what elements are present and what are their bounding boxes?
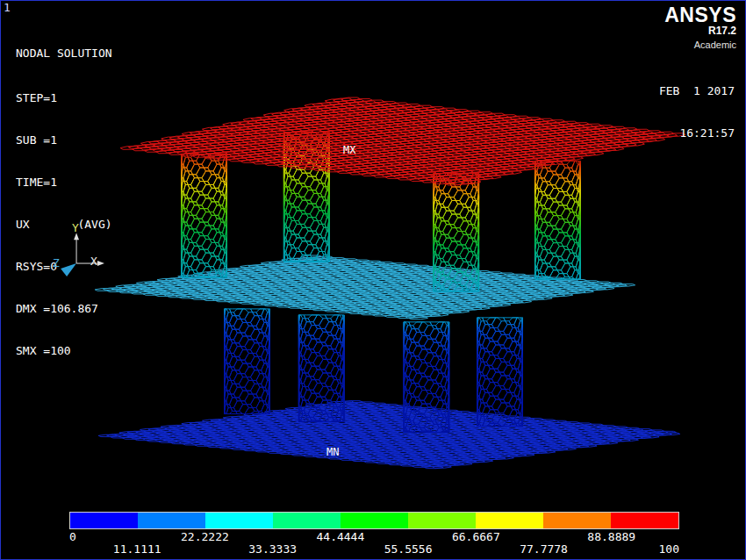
legend-tick-label: 100 <box>659 542 679 556</box>
legend-tick-label: 66.6667 <box>452 530 500 543</box>
ansys-release-label: R17.2 <box>664 25 736 37</box>
legend-color-segment <box>611 513 678 528</box>
legend-color-segment <box>138 513 205 528</box>
legend-color-segment <box>341 513 408 528</box>
legend-tick-label: 11.1111 <box>113 542 161 556</box>
solution-info-line: DMX =106.867 <box>16 302 112 316</box>
plot-number-label: 1 <box>4 1 11 14</box>
legend-tick-label: 33.3333 <box>248 542 297 556</box>
ansys-license-label: Academic <box>664 39 736 50</box>
ansys-brand-block: ANSYS R17.2 Academic <box>664 5 736 50</box>
max-node-label: MX <box>343 144 355 156</box>
legend-color-bar <box>69 512 679 529</box>
ansys-logo: ANSYS <box>664 5 736 25</box>
triad-x-label: X <box>90 255 97 268</box>
datetime-block: FEB 1 2017 16:21:57 <box>659 56 735 169</box>
solution-info-line: STEP=1 <box>16 91 112 105</box>
date-label: FEB 1 2017 <box>659 84 735 98</box>
time-label: 16:21:57 <box>659 126 735 140</box>
legend-color-segment <box>408 513 476 528</box>
solution-info-line: SUB =1 <box>16 133 112 147</box>
legend-tick-label: 44.4444 <box>316 530 364 543</box>
legend-color-segment <box>70 513 138 528</box>
legend-tick-label: 55.5556 <box>384 542 433 556</box>
triad-z-label: Z <box>53 256 60 269</box>
legend-color-segment <box>543 513 611 528</box>
solution-title: NODAL SOLUTION <box>16 47 112 61</box>
ansys-graphics-window: 1 NODAL SOLUTION STEP=1 SUB =1 TIME=1 UX… <box>0 0 746 560</box>
legend-tick-label: 22.2222 <box>181 530 229 543</box>
legend-tick-label: 88.8889 <box>587 530 635 543</box>
legend-color-segment <box>476 513 543 528</box>
solution-info-block: NODAL SOLUTION STEP=1 SUB =1 TIME=1 UX (… <box>16 18 112 386</box>
solution-info-line: UX (AVG) <box>16 218 112 232</box>
min-node-label: MN <box>326 446 339 458</box>
solution-info-line: TIME=1 <box>16 176 112 190</box>
contour-legend: 011.111122.222233.333344.444455.555666.6… <box>69 512 679 557</box>
model-viewport[interactable] <box>1 1 745 559</box>
legend-color-segment <box>273 513 341 528</box>
solution-info-line: SMX =100 <box>16 344 112 358</box>
legend-color-segment <box>205 513 273 528</box>
legend-tick-label: 77.7778 <box>520 542 568 556</box>
triad-y-label: Y <box>72 221 79 234</box>
legend-tick-label: 0 <box>69 530 76 543</box>
solution-info-line: RSYS=0 <box>16 260 112 274</box>
